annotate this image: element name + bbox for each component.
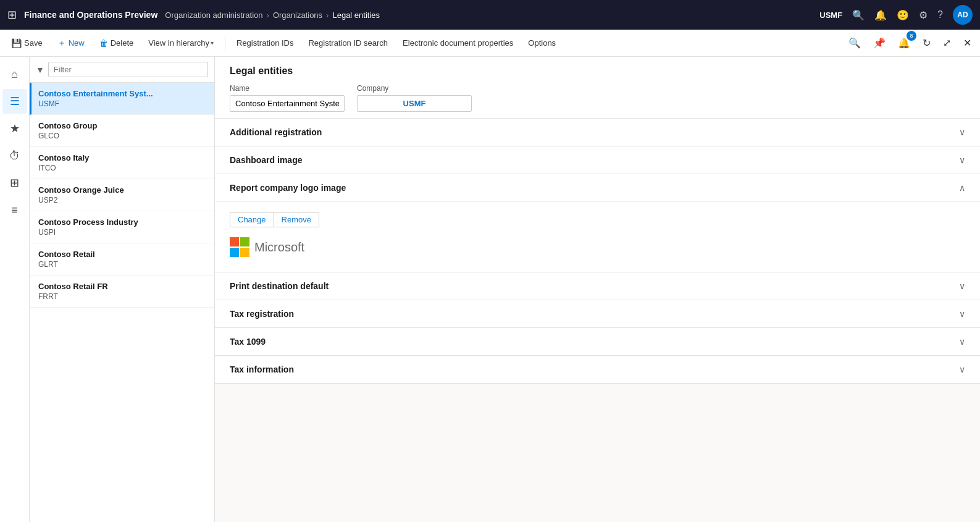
list-item-name: Contoso Retail FR bbox=[38, 282, 206, 291]
company-label: Company bbox=[357, 84, 472, 93]
app-title: Finance and Operations Preview bbox=[24, 10, 157, 20]
options-button[interactable]: Options bbox=[522, 33, 562, 53]
list-item-code: GLCO bbox=[38, 132, 206, 140]
accordion-item-additional_registration: Additional registration ∨ bbox=[215, 119, 980, 146]
smiley-icon[interactable]: 🙂 bbox=[897, 9, 909, 21]
delete-button[interactable]: 🗑 Delete bbox=[93, 33, 140, 53]
ms-logo-red bbox=[230, 237, 239, 246]
registration-id-search-button[interactable]: Registration ID search bbox=[302, 33, 394, 53]
app-grid-icon[interactable]: ⊞ bbox=[7, 8, 17, 22]
ms-logo-grid bbox=[230, 237, 249, 257]
registration-ids-button[interactable]: Registration IDs bbox=[230, 33, 299, 53]
chevron-down-icon: ▾ bbox=[211, 40, 214, 46]
list-item[interactable]: Contoso Entertainment Syst... USMF bbox=[30, 83, 214, 115]
gear-icon[interactable]: ⚙ bbox=[919, 9, 928, 21]
accordion-header-report_company_logo[interactable]: Report company logo image ∧ bbox=[215, 174, 980, 201]
bell-icon[interactable]: 🔔 bbox=[874, 9, 887, 21]
accordion-title-print_destination: Print destination default bbox=[230, 281, 329, 291]
expand-icon[interactable]: ⤢ bbox=[939, 33, 955, 53]
logo-actions: Change Remove bbox=[230, 212, 965, 227]
accordion-header-print_destination[interactable]: Print destination default ∨ bbox=[215, 272, 980, 300]
close-icon[interactable]: ✕ bbox=[960, 33, 975, 53]
list-item-code: ITCO bbox=[38, 164, 206, 172]
name-input[interactable] bbox=[230, 95, 345, 112]
list-item[interactable]: Contoso Group GLCO bbox=[30, 115, 214, 147]
chevron-up-icon: ∧ bbox=[959, 183, 965, 193]
accordion-body-report_company_logo: Change Remove Microsoft bbox=[215, 201, 980, 272]
filter-icon[interactable]: ▼ bbox=[36, 65, 44, 75]
list-item-code: USP2 bbox=[38, 196, 206, 204]
list-item[interactable]: Contoso Italy ITCO bbox=[30, 147, 214, 179]
search-icon[interactable]: 🔍 bbox=[852, 9, 865, 21]
ms-logo-green bbox=[240, 237, 249, 246]
accordion-title-tax_information: Tax information bbox=[230, 364, 294, 374]
accordion-title-tax_1099: Tax 1099 bbox=[230, 337, 266, 347]
nav-star-icon[interactable]: ★ bbox=[2, 116, 27, 141]
nav-workspace-icon[interactable]: ⊞ bbox=[2, 170, 27, 195]
list-items: Contoso Entertainment Syst... USMF Conto… bbox=[30, 83, 214, 522]
nav-filter-icon[interactable]: ☰ bbox=[2, 89, 27, 114]
accordion-item-print_destination: Print destination default ∨ bbox=[215, 272, 980, 300]
delete-icon: 🗑 bbox=[99, 38, 108, 48]
save-button[interactable]: 💾 Save bbox=[5, 33, 49, 53]
filter-input[interactable] bbox=[48, 62, 208, 77]
ms-logo-text: Microsoft bbox=[254, 240, 304, 255]
accordion-header-tax_1099[interactable]: Tax 1099 ∨ bbox=[215, 328, 980, 355]
list-panel: ▼ Contoso Entertainment Syst... USMF Con… bbox=[30, 57, 215, 522]
accordion-header-dashboard_image[interactable]: Dashboard image ∨ bbox=[215, 146, 980, 174]
list-item[interactable]: Contoso Process Industry USPI bbox=[30, 211, 214, 243]
accordion-header-tax_registration[interactable]: Tax registration ∨ bbox=[215, 300, 980, 327]
accordion-title-additional_registration: Additional registration bbox=[230, 127, 322, 137]
accordion-header-tax_information[interactable]: Tax information ∨ bbox=[215, 356, 980, 383]
list-item-name: Contoso Retail bbox=[38, 250, 206, 259]
accordion-item-report_company_logo: Report company logo image ∧ Change Remov… bbox=[215, 174, 980, 272]
left-nav: ⌂ ☰ ★ ⏱ ⊞ ≡ bbox=[0, 57, 30, 522]
list-item[interactable]: Contoso Orange Juice USP2 bbox=[30, 179, 214, 211]
accordion-header-additional_registration[interactable]: Additional registration ∨ bbox=[215, 119, 980, 146]
field-row: Name Company bbox=[230, 84, 965, 112]
company-input[interactable] bbox=[357, 95, 472, 112]
breadcrumb-org-admin[interactable]: Organization administration bbox=[165, 11, 262, 20]
list-item-name: Contoso Process Industry bbox=[38, 217, 206, 227]
content-title: Legal entities bbox=[230, 65, 965, 77]
new-button[interactable]: ＋ New bbox=[51, 33, 91, 53]
ms-logo-blue bbox=[230, 248, 239, 257]
chevron-down-icon: ∨ bbox=[959, 127, 965, 137]
remove-logo-button[interactable]: Remove bbox=[274, 212, 319, 227]
content-header: Legal entities Name Company bbox=[215, 57, 980, 119]
filter-toggle-icon[interactable]: 🔍 bbox=[845, 33, 865, 53]
view-hierarchy-button[interactable]: View in hierarchy ▾ bbox=[142, 33, 220, 53]
electronic-doc-button[interactable]: Electronic document properties bbox=[396, 33, 519, 53]
breadcrumb-legal-entities[interactable]: Legal entities bbox=[332, 11, 380, 20]
notification-count: 8 bbox=[907, 31, 916, 41]
accordion-item-dashboard_image: Dashboard image ∨ bbox=[215, 146, 980, 174]
list-item-name: Contoso Entertainment Syst... bbox=[38, 89, 206, 98]
avatar[interactable]: AD bbox=[953, 5, 973, 25]
list-item-code: USPI bbox=[38, 228, 206, 237]
breadcrumb-organizations[interactable]: Organizations bbox=[273, 11, 322, 20]
ms-logo-yellow bbox=[240, 248, 249, 257]
list-item-name: Contoso Group bbox=[38, 121, 206, 130]
chevron-down-icon: ∨ bbox=[959, 364, 965, 374]
nav-recent-icon[interactable]: ⏱ bbox=[2, 143, 27, 168]
refresh-icon[interactable]: ↻ bbox=[919, 33, 934, 53]
chevron-down-icon: ∨ bbox=[959, 309, 965, 319]
company-field-group: Company bbox=[357, 84, 472, 112]
action-bar-right: 🔍 📌 🔔 8 ↻ ⤢ ✕ bbox=[845, 33, 975, 53]
main-layout: ⌂ ☰ ★ ⏱ ⊞ ≡ ▼ Contoso Entertainment Syst… bbox=[0, 57, 980, 522]
save-icon: 💾 bbox=[11, 38, 22, 48]
nav-home-icon[interactable]: ⌂ bbox=[2, 62, 27, 86]
list-item[interactable]: Contoso Retail GLRT bbox=[30, 243, 214, 276]
breadcrumb-sep-1: › bbox=[267, 11, 269, 20]
new-icon: ＋ bbox=[57, 38, 66, 49]
name-label: Name bbox=[230, 84, 345, 93]
list-item[interactable]: Contoso Retail FR FRRT bbox=[30, 276, 214, 308]
pin-icon[interactable]: 📌 bbox=[869, 33, 889, 53]
notification-button[interactable]: 🔔 8 bbox=[894, 33, 914, 53]
nav-list-icon[interactable]: ≡ bbox=[2, 198, 27, 222]
accordion-item-tax_information: Tax information ∨ bbox=[215, 356, 980, 384]
help-icon[interactable]: ? bbox=[937, 9, 943, 20]
accordion-title-tax_registration: Tax registration bbox=[230, 309, 294, 319]
breadcrumb-sep-2: › bbox=[326, 11, 329, 20]
change-logo-button[interactable]: Change bbox=[230, 212, 274, 227]
